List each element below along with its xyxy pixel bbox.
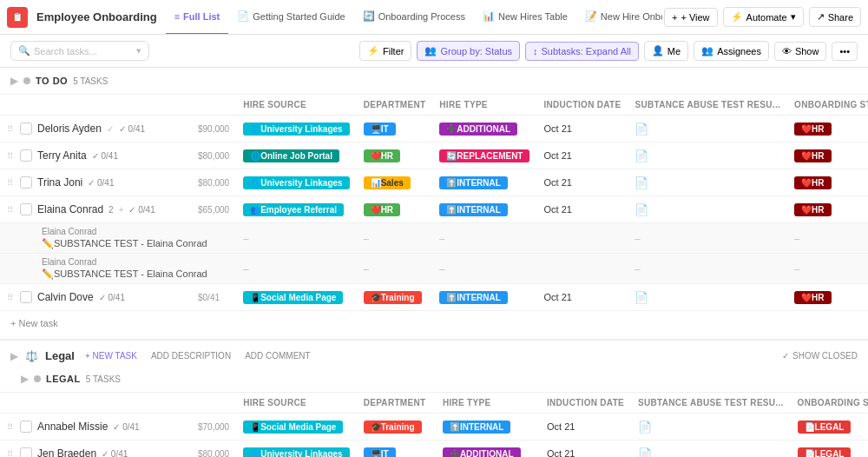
legal-col-header-substance[interactable]: SUBTANCE ABUSE TEST RESU... <box>631 393 791 414</box>
onboarding-stage-tag: 📄LEGAL <box>798 447 852 458</box>
hire-source-cell[interactable]: 🌐University Linkages <box>236 440 356 458</box>
subtask-name-cell[interactable]: Elaina Conrad ✏️SUBSTANCE TEST - Elaina … <box>0 254 236 284</box>
task-checkbox[interactable] <box>20 176 32 189</box>
hire-source-cell[interactable]: 📱Social Media Page <box>236 284 356 311</box>
plus-icon: + <box>672 12 677 23</box>
hire-source-cell[interactable]: 🌐University Linkages <box>236 169 356 196</box>
onboarding-stage-cell[interactable]: ❤️HR <box>787 116 868 142</box>
me-button[interactable]: 👤 Me <box>644 41 688 61</box>
add-new-task-button[interactable]: + New task <box>0 311 868 335</box>
col-header-substance[interactable]: SUBTANCE ABUSE TEST RESU... <box>628 95 787 116</box>
subtask-name-cell[interactable]: Elaina Conrad ✏️SUBSTANCE TEST - Elaina … <box>0 223 236 254</box>
hire-type-cell[interactable]: ➕ADDITIONAL <box>436 440 540 458</box>
share-button[interactable]: ↗ Share <box>809 7 861 27</box>
hire-type-cell[interactable]: ⬆️INTERNAL <box>432 196 536 223</box>
hire-source-cell[interactable]: 🌐Online Job Portal <box>236 142 356 169</box>
legal-col-header-onboarding[interactable]: ONBOARDING STAGE <box>791 393 868 414</box>
legal-col-header-department[interactable]: DEPARTMENT <box>357 393 436 414</box>
task-name-cell[interactable]: ⠿ Trina Joni ✓ 0/41 <box>0 169 191 196</box>
add-view-button[interactable]: + + View <box>664 8 718 27</box>
tab-getting-started[interactable]: 📄 Getting Started Guide <box>228 0 353 35</box>
tab-full-list[interactable]: ≡ Full List <box>166 0 229 35</box>
hire-type-cell[interactable]: ⬆️INTERNAL <box>432 284 536 311</box>
nav-tabs: ≡ Full List 📄 Getting Started Guide 🔄 On… <box>166 0 662 35</box>
collapse-legal-todo-icon[interactable]: ▶ <box>21 373 29 385</box>
onboarding-stage-cell[interactable]: ❤️HR <box>787 284 868 311</box>
group-todo-title: TO DO <box>36 76 68 86</box>
show-button[interactable]: 👁 Show <box>774 42 827 61</box>
subtask-parent-label: Elaina Conrad <box>42 257 229 267</box>
department-cell[interactable]: 📊Sales <box>357 169 433 196</box>
hire-source-cell[interactable]: 👥Employee Referral <box>236 196 356 223</box>
legal-table: HIRE SOURCE DEPARTMENT HIRE TYPE INDUCTI… <box>0 393 868 457</box>
task-name-cell[interactable]: ⠿ Elaina Conrad 2+ ✓ 0/41 <box>0 196 191 223</box>
onboarding-stage-cell[interactable]: 📄LEGAL <box>791 440 868 458</box>
top-navigation: 📋 Employee Onboarding ≡ Full List 📄 Gett… <box>0 0 868 35</box>
add-task-legal-button[interactable]: + NEW TASK <box>82 349 141 362</box>
department-cell[interactable]: 🖥️IT <box>357 116 433 142</box>
hire-type-cell[interactable]: ⬆️INTERNAL <box>436 414 540 440</box>
task-name-cell[interactable]: ⠿ Terry Anita ✓ 0/41 <box>0 142 191 169</box>
task-checkbox[interactable] <box>20 123 32 135</box>
col-header-onboarding[interactable]: ONBOARDING STAGE <box>787 95 868 116</box>
subtasks-button[interactable]: ↕ Subtasks: Expand All <box>525 42 639 61</box>
task-name-cell[interactable]: ⠿ Calvin Dove ✓ 0/41 <box>0 284 191 311</box>
collapse-icon[interactable]: ▶ <box>10 75 18 87</box>
department-tag: 📊Sales <box>364 176 411 189</box>
more-options-button[interactable]: ••• <box>832 42 858 61</box>
onboarding-stage-tag: 📄LEGAL <box>798 421 852 434</box>
onboarding-stage-cell[interactable]: ❤️HR <box>787 196 868 223</box>
collapse-legal-icon[interactable]: ▶ <box>10 350 18 362</box>
task-name-cell[interactable]: ⠿ Annabel Missie ✓ 0/41 <box>0 414 191 440</box>
search-box[interactable]: 🔍 Search tasks... ▾ <box>10 41 149 61</box>
department-cell[interactable]: ❤️HR <box>357 142 433 169</box>
onboarding-stage-cell[interactable]: ❤️HR <box>787 169 868 196</box>
legal-col-header-hire-type[interactable]: HIRE TYPE <box>436 393 540 414</box>
subtask-count-badge: ✓ 0/41 <box>119 124 145 134</box>
subtask-count-badge: ✓ 0/41 <box>92 151 118 161</box>
tab-onboarding-process[interactable]: 🔄 Onboarding Process <box>354 0 474 35</box>
col-header-department[interactable]: DEPARTMENT <box>357 95 433 116</box>
hire-source-cell[interactable]: 📱Social Media Page <box>236 414 356 440</box>
expand-subtask-icon[interactable]: 2 <box>108 205 114 215</box>
legal-group-header: ▶ ⚖️ Legal + NEW TASK ADD DESCRIPTION AD… <box>0 341 868 366</box>
assignees-button[interactable]: 👥 Assignees <box>694 41 769 61</box>
onboarding-stage-cell[interactable]: ❤️HR <box>787 142 868 169</box>
department-cell[interactable]: 🎓Training <box>357 414 436 440</box>
hire-type-cell[interactable]: ⬆️INTERNAL <box>432 169 536 196</box>
task-checkbox[interactable] <box>20 421 32 433</box>
department-cell[interactable]: 🎓Training <box>357 284 433 311</box>
filter-button[interactable]: ⚡ Filter <box>359 41 411 61</box>
legal-col-header-hire-source[interactable]: HIRE SOURCE <box>236 393 356 414</box>
tab-new-hires-table[interactable]: 📊 New Hires Table <box>474 0 576 35</box>
hire-type-cell[interactable]: ➕ADDITIONAL <box>432 116 536 142</box>
department-cell[interactable]: ❤️HR <box>357 196 433 223</box>
show-closed-button[interactable]: ✓ SHOW CLOSED <box>782 351 858 361</box>
department-tag: 🎓Training <box>364 291 422 304</box>
department-tag: 🎓Training <box>364 421 422 434</box>
hire-type-cell[interactable]: 🔄REPLACEMENT <box>432 142 536 169</box>
task-checkbox[interactable] <box>20 291 32 303</box>
col-header-hire-type[interactable]: HIRE TYPE <box>432 95 536 116</box>
subtask-empty-cell: – <box>787 254 868 284</box>
legal-col-header-induction[interactable]: INDUCTION DATE <box>540 393 631 414</box>
col-header-hire-source[interactable]: HIRE SOURCE <box>236 95 356 116</box>
automate-button[interactable]: ⚡ Automate ▾ <box>723 7 804 27</box>
add-subtask-icon[interactable]: + <box>119 205 124 215</box>
department-cell[interactable]: 🖥️IT <box>357 440 436 458</box>
task-checkbox[interactable] <box>20 149 32 162</box>
amount-cell: $90,000 <box>191 116 236 142</box>
task-name-cell[interactable]: ⠿ Deloris Ayden ✓ ✓ 0/41 <box>0 116 191 142</box>
task-checkbox[interactable] <box>20 203 32 215</box>
task-checkbox[interactable] <box>20 447 32 457</box>
add-desc-button[interactable]: ADD DESCRIPTION <box>148 349 234 362</box>
todo-table: HIRE SOURCE DEPARTMENT HIRE TYPE INDUCTI… <box>0 95 868 311</box>
group-by-button[interactable]: 👥 Group by: Status <box>417 41 520 61</box>
subtask-name-label: ✏️SUBSTANCE TEST - Elaina Conrad <box>42 238 229 249</box>
add-comment-button[interactable]: ADD COMMENT <box>241 349 314 362</box>
task-name-cell[interactable]: ⠿ Jen Braeden ✓ 0/41 <box>0 440 191 458</box>
col-header-induction[interactable]: INDUCTION DATE <box>536 95 628 116</box>
onboarding-stage-cell[interactable]: 📄LEGAL <box>791 414 868 440</box>
hire-source-cell[interactable]: 🌐University Linkages <box>236 116 356 142</box>
tab-new-hire-form[interactable]: 📝 New Hire Onboarding Form <box>576 0 662 35</box>
